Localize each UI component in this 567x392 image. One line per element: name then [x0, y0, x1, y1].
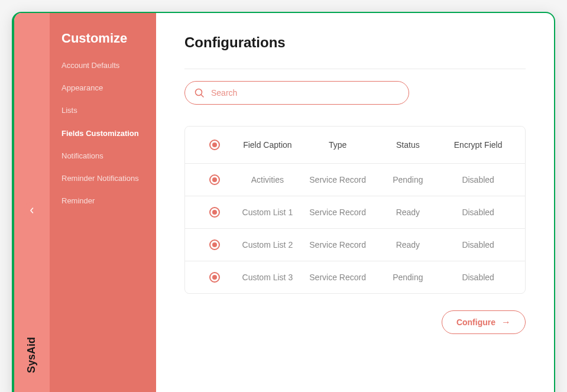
header-encrypt: Encrypt Field: [443, 140, 513, 150]
cell-caption: Custom List 3: [232, 273, 303, 282]
sidebar-item-fields-customization[interactable]: Fields Customization: [61, 128, 144, 139]
table-row: Activities Service Record Pending Disabl…: [185, 164, 525, 196]
cell-type: Service Record: [303, 273, 373, 282]
divider: [184, 69, 526, 69]
brand-logo: SysAid: [26, 337, 38, 373]
header-field-caption: Field Caption: [232, 140, 303, 150]
cell-caption: Custom List 2: [232, 240, 303, 250]
row-radio-cell: [197, 272, 232, 283]
cell-type: Service Record: [303, 175, 373, 184]
row-radio-cell: [197, 174, 232, 185]
cell-status: Ready: [373, 240, 443, 250]
header-status: Status: [373, 140, 443, 150]
row-radio-cell: [197, 239, 232, 250]
cell-type: Service Record: [303, 208, 373, 217]
config-table: Field Caption Type Status Encrypt Field …: [184, 126, 526, 294]
search-input[interactable]: [184, 81, 409, 105]
cell-encrypt: Disabled: [443, 273, 513, 282]
search-icon: [194, 88, 205, 98]
cell-caption: Custom List 1: [232, 208, 303, 217]
chevron-left-icon: [29, 206, 35, 215]
svg-line-1: [201, 95, 203, 97]
cell-encrypt: Disabled: [443, 240, 513, 250]
cell-caption: Activities: [232, 175, 303, 184]
table-row: Custom List 1 Service Record Ready Disab…: [185, 196, 525, 229]
table-header-row: Field Caption Type Status Encrypt Field: [185, 127, 525, 164]
sidebar-item-reminder-notifications[interactable]: Reminder Notifications: [61, 173, 144, 184]
brand-rail: SysAid: [14, 13, 50, 392]
page-title: Configurations: [184, 34, 526, 51]
cell-status: Pending: [373, 273, 443, 282]
sidebar-item-notifications[interactable]: Notifications: [61, 151, 144, 161]
select-all-radio[interactable]: [209, 140, 220, 150]
actions-bar: Configure →: [184, 310, 526, 334]
row-select-radio[interactable]: [209, 207, 220, 218]
row-select-radio[interactable]: [209, 239, 220, 250]
row-select-radio[interactable]: [209, 174, 220, 185]
sidebar-collapse-button[interactable]: [24, 202, 40, 219]
app-window: SysAid Customize Account Defaults Appear…: [12, 12, 555, 392]
cell-encrypt: Disabled: [443, 175, 513, 184]
header-type: Type: [303, 140, 373, 150]
arrow-right-icon: →: [501, 317, 511, 328]
cell-type: Service Record: [303, 240, 373, 250]
row-radio-cell: [197, 207, 232, 218]
cell-encrypt: Disabled: [443, 208, 513, 217]
header-radio-cell: [197, 140, 232, 150]
search-wrapper: [184, 81, 409, 105]
sidebar-item-lists[interactable]: Lists: [61, 105, 144, 116]
table-row: Custom List 3 Service Record Pending Dis…: [185, 261, 525, 293]
sidebar-item-account-defaults[interactable]: Account Defaults: [61, 60, 144, 71]
configure-button[interactable]: Configure →: [442, 310, 526, 334]
sidebar-title: Customize: [61, 31, 144, 46]
sidebar-nav: Account Defaults Appearance Lists Fields…: [61, 60, 144, 206]
table-row: Custom List 2 Service Record Ready Disab…: [185, 229, 525, 261]
configure-button-label: Configure: [456, 318, 495, 327]
main-content: Configurations Field Caption Type Status…: [156, 13, 554, 392]
sidebar-item-appearance[interactable]: Appearance: [61, 83, 144, 93]
row-select-radio[interactable]: [209, 272, 220, 283]
cell-status: Pending: [373, 175, 443, 184]
sidebar: Customize Account Defaults Appearance Li…: [50, 13, 156, 392]
sidebar-item-reminder[interactable]: Reminder: [61, 196, 144, 206]
cell-status: Ready: [373, 208, 443, 217]
